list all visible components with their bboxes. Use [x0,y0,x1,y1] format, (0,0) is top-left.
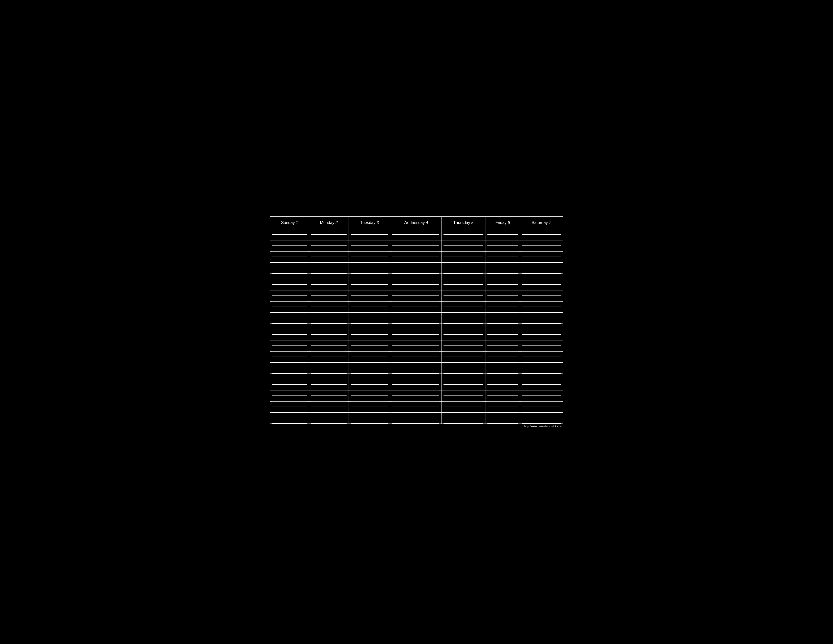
table-cell[interactable] [309,362,349,368]
table-cell[interactable] [486,346,520,351]
table-cell[interactable] [390,374,442,379]
table-cell[interactable] [520,329,563,335]
table-cell[interactable] [270,257,309,262]
table-cell[interactable] [520,340,563,346]
table-cell[interactable] [520,418,563,423]
table-row[interactable] [270,362,563,368]
table-cell[interactable] [486,324,520,329]
table-cell[interactable] [270,290,309,296]
table-cell[interactable] [309,418,349,423]
table-cell[interactable] [309,262,349,268]
table-cell[interactable] [270,357,309,362]
table-cell[interactable] [520,229,563,235]
table-cell[interactable] [270,229,309,235]
table-cell[interactable] [309,268,349,274]
table-cell[interactable] [442,407,486,412]
table-cell[interactable] [349,412,390,418]
table-cell[interactable] [442,301,486,307]
table-cell[interactable] [390,351,442,357]
table-cell[interactable] [390,229,442,235]
table-cell[interactable] [390,407,442,412]
table-cell[interactable] [442,307,486,312]
table-row[interactable] [270,235,563,240]
table-cell[interactable] [520,290,563,296]
table-cell[interactable] [349,279,390,285]
table-cell[interactable] [309,412,349,418]
table-cell[interactable] [520,390,563,396]
table-cell[interactable] [520,385,563,390]
table-row[interactable] [270,385,563,390]
table-cell[interactable] [442,251,486,257]
table-row[interactable] [270,357,563,362]
table-cell[interactable] [486,357,520,362]
table-cell[interactable] [309,329,349,335]
table-cell[interactable] [349,296,390,301]
table-cell[interactable] [270,246,309,251]
table-row[interactable] [270,229,563,235]
table-cell[interactable] [486,379,520,385]
table-cell[interactable] [442,318,486,324]
table-cell[interactable] [309,251,349,257]
table-cell[interactable] [349,318,390,324]
table-cell[interactable] [486,329,520,335]
table-cell[interactable] [486,335,520,340]
table-cell[interactable] [349,396,390,401]
table-row[interactable] [270,257,563,262]
table-cell[interactable] [270,385,309,390]
table-cell[interactable] [486,351,520,357]
table-cell[interactable] [442,262,486,268]
table-cell[interactable] [486,274,520,279]
table-cell[interactable] [349,246,390,251]
table-cell[interactable] [349,329,390,335]
table-cell[interactable] [486,246,520,251]
table-row[interactable] [270,324,563,329]
table-cell[interactable] [270,285,309,290]
table-cell[interactable] [390,401,442,407]
table-cell[interactable] [270,351,309,357]
table-cell[interactable] [442,274,486,279]
table-cell[interactable] [486,229,520,235]
table-cell[interactable] [270,412,309,418]
table-cell[interactable] [270,307,309,312]
table-cell[interactable] [349,262,390,268]
table-cell[interactable] [390,357,442,362]
table-cell[interactable] [270,240,309,246]
table-row[interactable] [270,279,563,285]
table-cell[interactable] [349,390,390,396]
table-cell[interactable] [309,324,349,329]
table-cell[interactable] [442,362,486,368]
table-cell[interactable] [349,290,390,296]
table-row[interactable] [270,374,563,379]
table-cell[interactable] [442,329,486,335]
table-cell[interactable] [309,279,349,285]
table-cell[interactable] [390,235,442,240]
table-cell[interactable] [486,385,520,390]
table-cell[interactable] [520,324,563,329]
table-cell[interactable] [309,307,349,312]
table-row[interactable] [270,307,563,312]
table-cell[interactable] [520,296,563,301]
table-cell[interactable] [520,312,563,318]
table-cell[interactable] [270,312,309,318]
table-cell[interactable] [390,335,442,340]
table-row[interactable] [270,290,563,296]
table-cell[interactable] [442,374,486,379]
table-cell[interactable] [520,246,563,251]
table-cell[interactable] [309,235,349,240]
table-cell[interactable] [270,268,309,274]
table-cell[interactable] [349,235,390,240]
table-cell[interactable] [270,324,309,329]
table-row[interactable] [270,335,563,340]
table-cell[interactable] [486,401,520,407]
table-cell[interactable] [486,390,520,396]
table-cell[interactable] [390,240,442,246]
table-row[interactable] [270,346,563,351]
table-cell[interactable] [520,346,563,351]
table-cell[interactable] [270,335,309,340]
table-cell[interactable] [349,418,390,423]
table-cell[interactable] [390,418,442,423]
table-cell[interactable] [442,346,486,351]
table-cell[interactable] [442,351,486,357]
table-row[interactable] [270,285,563,290]
table-cell[interactable] [520,368,563,374]
